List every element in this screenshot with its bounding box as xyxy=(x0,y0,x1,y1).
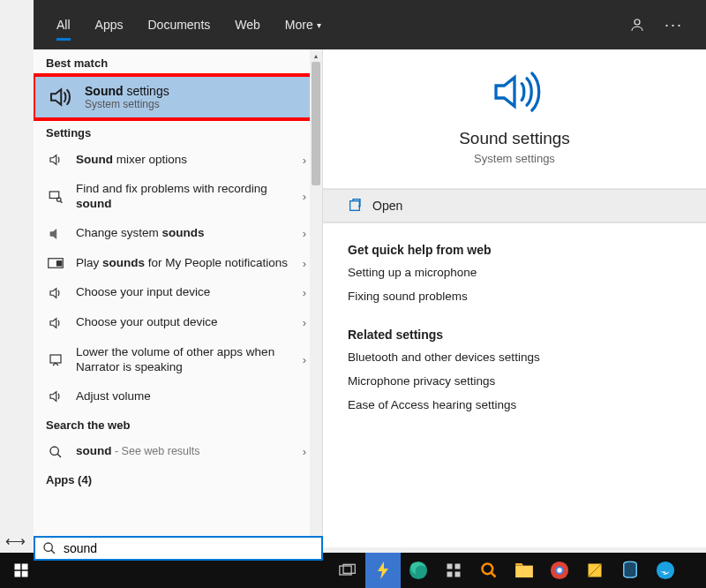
result-input-device[interactable]: Choose your input device › xyxy=(34,278,322,308)
apps-heading: Apps (4) xyxy=(34,466,322,492)
result-output-device[interactable]: Choose your output device › xyxy=(34,308,322,338)
svg-point-0 xyxy=(635,19,640,25)
lightning-icon[interactable] xyxy=(365,553,401,588)
result-label: Change system sounds xyxy=(76,226,292,241)
tab-more[interactable]: More▾ xyxy=(273,0,334,49)
quick-link-sound-problems[interactable]: Fixing sound problems xyxy=(323,284,706,308)
preview-pane: Sound settings System settings Open Get … xyxy=(323,49,706,547)
search-input[interactable] xyxy=(64,541,314,555)
svg-rect-10 xyxy=(22,564,28,570)
svg-rect-5 xyxy=(50,355,61,363)
svg-rect-12 xyxy=(22,571,28,577)
related-settings-heading: Related settings xyxy=(323,308,706,345)
svg-point-24 xyxy=(557,568,562,573)
quick-link-microphone[interactable]: Setting up a microphone xyxy=(323,260,706,284)
results-scrollbar[interactable]: ▴ ▾ xyxy=(310,49,322,547)
svg-point-20 xyxy=(483,564,493,575)
best-match-sound-settings[interactable]: Sound settings System settings xyxy=(34,75,322,119)
chevron-right-icon: › xyxy=(303,190,310,203)
speaker-muted-icon xyxy=(46,226,65,242)
result-my-people-sounds[interactable]: Play sounds for My People notifications … xyxy=(34,249,322,278)
related-ease-of-access[interactable]: Ease of Access hearing settings xyxy=(323,393,706,417)
svg-rect-21 xyxy=(515,566,533,578)
edge-icon[interactable] xyxy=(401,553,436,588)
open-label: Open xyxy=(372,199,402,213)
svg-rect-17 xyxy=(455,564,461,569)
preview-title: Sound settings xyxy=(323,129,706,148)
chevron-right-icon: › xyxy=(303,257,310,270)
result-system-sounds[interactable]: Change system sounds › xyxy=(34,219,322,249)
result-label: Lower the volume of other apps when Narr… xyxy=(76,345,292,375)
related-microphone-privacy[interactable]: Microphone privacy settings xyxy=(323,369,706,393)
bird-icon[interactable] xyxy=(648,553,683,588)
best-match-heading: Best match xyxy=(34,49,322,75)
svg-point-6 xyxy=(50,447,58,455)
svg-rect-1 xyxy=(49,192,59,199)
svg-rect-4 xyxy=(57,261,62,266)
result-web-search[interactable]: sound - See web results › xyxy=(34,437,322,466)
task-view-icon[interactable] xyxy=(330,553,365,588)
tab-apps[interactable]: Apps xyxy=(83,0,136,49)
speaker-icon xyxy=(46,84,74,110)
speaker-large-icon xyxy=(323,67,706,117)
speaker-icon xyxy=(46,152,65,168)
result-narrator-volume[interactable]: Lower the volume of other apps when Narr… xyxy=(34,338,322,382)
chrome-icon[interactable] xyxy=(542,553,577,588)
notes-icon[interactable] xyxy=(577,553,612,588)
quick-help-heading: Get quick help from web xyxy=(323,223,706,260)
best-match-subtitle: System settings xyxy=(85,98,169,110)
svg-rect-9 xyxy=(15,564,21,570)
troubleshoot-icon xyxy=(46,189,65,205)
search-app-icon[interactable] xyxy=(471,553,507,588)
speaker-icon xyxy=(46,315,65,331)
result-label: Sound mixer options xyxy=(76,153,292,168)
settings-heading: Settings xyxy=(34,119,322,145)
result-adjust-volume[interactable]: Adjust volume xyxy=(34,381,322,411)
narrator-icon xyxy=(46,352,65,368)
svg-point-8 xyxy=(44,543,52,551)
account-icon[interactable] xyxy=(629,17,645,33)
chevron-down-icon: ▾ xyxy=(317,20,321,30)
taskbar-icon xyxy=(46,257,65,269)
search-box[interactable] xyxy=(34,536,323,561)
database-icon[interactable] xyxy=(612,553,648,588)
scroll-thumb[interactable] xyxy=(312,62,320,185)
chevron-right-icon: › xyxy=(303,154,310,167)
svg-rect-11 xyxy=(15,571,21,577)
speaker-icon xyxy=(46,285,65,301)
search-icon xyxy=(46,445,65,459)
result-sound-mixer[interactable]: Sound mixer options › xyxy=(34,145,322,175)
file-explorer-icon[interactable] xyxy=(507,553,542,588)
tab-documents[interactable]: Documents xyxy=(135,0,222,49)
open-button[interactable]: Open xyxy=(323,189,706,222)
result-fix-recording[interactable]: Find and fix problems with recording sou… xyxy=(34,175,322,219)
svg-rect-7 xyxy=(350,201,360,211)
chevron-right-icon: › xyxy=(303,353,310,366)
search-icon xyxy=(42,541,56,555)
open-icon xyxy=(348,199,362,213)
search-tabs-bar: All Apps Documents Web More▾ ··· xyxy=(34,0,706,49)
speaker-icon xyxy=(46,388,65,404)
result-label: sound - See web results xyxy=(76,444,292,459)
svg-point-27 xyxy=(657,562,674,579)
more-options-icon[interactable]: ··· xyxy=(665,16,683,34)
tab-all[interactable]: All xyxy=(44,0,83,49)
result-label: Choose your input device xyxy=(76,285,292,300)
chevron-right-icon: › xyxy=(303,316,310,329)
chevron-right-icon: › xyxy=(303,445,310,458)
result-label: Find and fix problems with recording sou… xyxy=(76,182,292,212)
result-label: Play sounds for My People notifications xyxy=(76,256,292,271)
preview-subtitle: System settings xyxy=(323,152,706,165)
related-bluetooth[interactable]: Bluetooth and other devices settings xyxy=(323,345,706,369)
svg-rect-19 xyxy=(455,572,461,577)
best-match-title: Sound settings xyxy=(85,84,169,98)
scroll-up-icon[interactable]: ▴ xyxy=(310,49,322,62)
tab-web[interactable]: Web xyxy=(222,0,273,49)
chevron-right-icon: › xyxy=(303,227,310,240)
result-label: Choose your output device xyxy=(76,315,292,330)
svg-rect-16 xyxy=(447,564,453,569)
search-results-panel: Best match Sound settings System setting… xyxy=(34,49,323,547)
app-grid-icon[interactable] xyxy=(436,553,471,588)
chevron-right-icon: › xyxy=(303,286,310,299)
result-label: Adjust volume xyxy=(76,389,310,404)
